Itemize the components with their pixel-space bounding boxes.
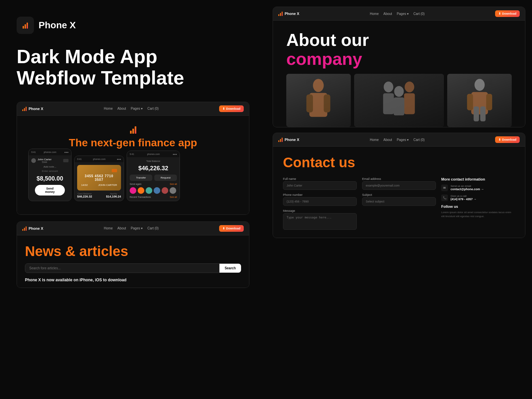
contact-nav-home[interactable]: Home — [370, 138, 379, 142]
about-images — [286, 74, 512, 127]
search-button[interactable]: Search — [219, 264, 241, 273]
download-btn-1[interactable]: ⬇ Download — [219, 105, 244, 112]
contact-download-btn[interactable]: ⬇ Download — [495, 136, 520, 143]
browser-mockup-news: Phone X Home About Pages ▾ Cart (0) ⬇ Do… — [17, 221, 249, 288]
nav-cart-1[interactable]: Cart (0) — [147, 107, 159, 110]
right-panel: Phone X Home About Pages ▾ Cart (0) ⬇ Do… — [266, 0, 532, 298]
phone-header-2: 9:41 phonex.com ●●● — [74, 156, 124, 162]
about-nav-home[interactable]: Home — [370, 12, 379, 16]
contact-title-white: Contact — [283, 155, 339, 170]
about-image-1 — [286, 74, 351, 127]
about-download-btn[interactable]: ⬇ Download — [495, 10, 520, 17]
contact-title-orange: us — [339, 155, 355, 170]
svg-rect-3 — [324, 94, 331, 112]
brand-header: Phone X — [17, 17, 249, 34]
hero-line2: Webflow Template — [17, 67, 184, 88]
fullname-input[interactable] — [283, 181, 357, 190]
about-nav-about[interactable]: About — [383, 12, 392, 16]
contact-nav-about[interactable]: About — [383, 138, 392, 142]
hero-line1: Dark Mode App — [17, 46, 157, 67]
nav-pages-2[interactable]: Pages ▾ — [131, 226, 143, 230]
contact-info-title: More contact information — [441, 177, 515, 181]
download-btn-2[interactable]: ⬇ Download — [219, 225, 244, 232]
phone-body-3: Total Balance $46,226.32 Transfer Reques… — [127, 157, 180, 201]
contact-nav-cart[interactable]: Cart (0) — [413, 138, 425, 142]
transactions-see-all[interactable]: See all — [170, 196, 177, 198]
svg-rect-12 — [467, 94, 473, 111]
browser-brand-name-1: Phone X — [29, 107, 43, 111]
svg-rect-14 — [473, 106, 479, 121]
send-again-label: Send again — [130, 183, 141, 185]
email-icon: ✉ — [441, 185, 448, 191]
message-label: Message — [283, 209, 357, 212]
send-money-btn[interactable]: Send money — [35, 185, 65, 196]
about-nav-links: Home About Pages ▾ Cart (0) — [370, 12, 425, 16]
nav-about-1[interactable]: About — [117, 107, 126, 110]
phone-amount-label: Enter amount — [31, 170, 68, 173]
phone-url-3: phonex.com — [147, 153, 160, 155]
nav-home-1[interactable]: Home — [104, 107, 113, 110]
action-btn-row: Transfer Request — [130, 175, 177, 181]
email-input[interactable] — [362, 181, 436, 190]
see-all-link[interactable]: See all — [170, 183, 177, 185]
contact-form-area: Full name Phone number Message — [273, 174, 525, 238]
nav-cart-2[interactable]: Cart (0) — [147, 226, 159, 230]
about-hero: About our company — [273, 21, 525, 127]
phone-signal-2: ●●● — [117, 158, 121, 160]
total-balance: $46,226.32 — [130, 165, 177, 172]
contact-phone[interactable]: (414) 679 - 4357 → — [451, 198, 476, 201]
message-input[interactable] — [283, 213, 357, 230]
browser-brand-name-2: Phone X — [29, 226, 43, 230]
about-brand-name: Phone X — [285, 12, 299, 16]
about-browser: Phone X Home About Pages ▾ Cart (0) ⬇ Do… — [273, 7, 525, 127]
email-field: Email address — [362, 177, 436, 190]
svg-rect-9 — [394, 97, 404, 115]
svg-point-0 — [313, 79, 324, 92]
svg-point-8 — [394, 86, 404, 97]
svg-rect-13 — [486, 94, 492, 111]
news-hero: News & articles Search Phone X is now av… — [17, 235, 249, 288]
phone-signal-1: ●●● — [64, 151, 68, 153]
hero-title: Dark Mode App Webflow Template — [17, 46, 249, 88]
svg-rect-7 — [404, 93, 415, 114]
hero-end-text: finance app — [135, 137, 197, 149]
phone-input[interactable] — [283, 197, 357, 206]
search-input[interactable] — [25, 263, 219, 273]
browser-nav-links-1: Home About Pages ▾ Cart (0) — [104, 107, 159, 110]
phone-header-1: 9:41 phonex.com ●●● — [29, 149, 71, 155]
svg-point-10 — [474, 79, 485, 91]
about-nav-pages[interactable]: Pages ▾ — [397, 12, 409, 16]
transfer-btn[interactable]: Transfer — [130, 175, 152, 181]
card-name: JOHN CARTER — [98, 184, 117, 187]
phone-time-1: 9:41 — [31, 151, 36, 153]
browser-nav-2: Phone X Home About Pages ▾ Cart (0) ⬇ Do… — [17, 222, 249, 235]
hero-orange-text: next-gen — [91, 137, 135, 149]
contact-info-col: More contact information ✉ Send us an em… — [441, 177, 515, 231]
phone-screen-2: 9:41 phonex.com ●●● 3455 4562 7710 3507 — [74, 156, 124, 201]
nav-about-2[interactable]: About — [117, 226, 126, 230]
contact-nav-pages[interactable]: Pages ▾ — [397, 138, 409, 142]
card-status: $14,106.24 — [106, 195, 121, 198]
contact-email[interactable]: contact@phone.com → — [451, 188, 484, 191]
browser-nav-links-2: Home About Pages ▾ Cart (0) — [104, 226, 159, 230]
about-nav-cart[interactable]: Cart (0) — [413, 12, 425, 16]
svg-rect-2 — [307, 94, 313, 112]
subject-label: Subject — [362, 193, 436, 197]
about-title: About our company — [286, 31, 512, 68]
phone-time-3: 9:41 — [130, 153, 134, 155]
news-title-orange: articles — [79, 243, 128, 259]
fullname-label: Full name — [283, 177, 357, 181]
request-btn[interactable]: Request — [154, 175, 177, 181]
browser-hero-title: The next-gen finance app — [25, 137, 241, 149]
news-title-white: News & — [25, 243, 79, 259]
nav-home-2[interactable]: Home — [104, 226, 113, 230]
svg-point-6 — [405, 82, 414, 92]
subject-input[interactable] — [362, 197, 436, 206]
phone-note-label[interactable]: Add note... — [31, 165, 68, 168]
nav-pages-1[interactable]: Pages ▾ — [131, 107, 143, 110]
send-email-label: Send us an email — [451, 185, 484, 188]
svg-point-4 — [384, 82, 393, 92]
phone-screen-3: 9:41 phonex.com ●●● Total Balance $46,22… — [127, 151, 180, 201]
hero-white-text: The — [69, 137, 91, 149]
phone-url-2: phonex.com — [93, 158, 105, 160]
